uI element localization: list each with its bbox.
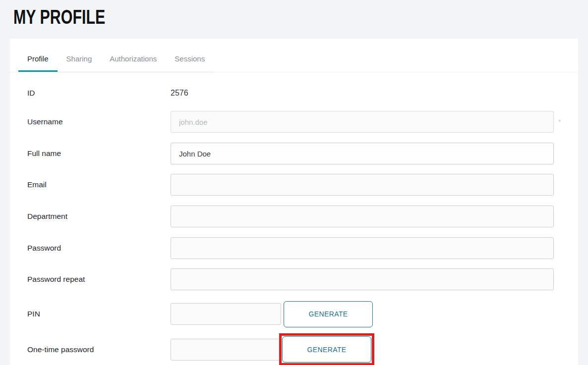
form-row-pin: PIN GENERATE <box>27 301 578 327</box>
one-time-password-input[interactable] <box>171 339 281 361</box>
pin-generate-button[interactable]: GENERATE <box>284 301 373 327</box>
password-repeat-input[interactable] <box>171 268 554 290</box>
form-row-password: Password <box>27 237 578 259</box>
one-time-password-generate-button[interactable]: GENERATE <box>282 336 371 363</box>
password-input[interactable] <box>171 237 554 259</box>
tab-authorizations[interactable]: Authorizations <box>101 39 166 72</box>
form-row-password-repeat: Password repeat <box>27 268 578 290</box>
id-label: ID <box>27 89 171 98</box>
form-row-username: Username * <box>27 111 578 133</box>
fullname-label: Full name <box>27 149 171 158</box>
red-highlight-annotation: GENERATE <box>279 333 374 365</box>
email-input[interactable] <box>171 174 554 196</box>
tab-bar: Profile Sharing Authorizations Sessions <box>10 39 578 72</box>
profile-form: ID 2576 Username * Full name Email Depar… <box>10 82 578 365</box>
id-value: 2576 <box>171 89 188 98</box>
tab-profile[interactable]: Profile <box>18 39 58 72</box>
username-input[interactable] <box>171 111 554 133</box>
required-marker: * <box>558 118 561 126</box>
form-row-email: Email <box>27 174 578 196</box>
tab-sessions[interactable]: Sessions <box>166 39 214 72</box>
password-label: Password <box>27 244 171 253</box>
username-label: Username <box>27 117 171 126</box>
department-label: Department <box>27 212 171 221</box>
pin-label: PIN <box>27 310 171 318</box>
one-time-password-label: One-time password <box>27 345 171 354</box>
form-row-one-time-password: One-time password GENERATE <box>27 333 578 365</box>
email-label: Email <box>27 180 171 189</box>
form-row-department: Department <box>27 206 578 227</box>
profile-card: Profile Sharing Authorizations Sessions … <box>10 39 578 365</box>
tab-sharing[interactable]: Sharing <box>58 39 101 72</box>
department-input[interactable] <box>171 206 554 227</box>
fullname-input[interactable] <box>171 143 554 164</box>
page-title: MY PROFILE <box>13 6 105 29</box>
form-row-id: ID 2576 <box>27 82 578 104</box>
pin-input[interactable] <box>171 303 281 325</box>
password-repeat-label: Password repeat <box>27 275 171 284</box>
form-row-fullname: Full name <box>27 143 578 164</box>
